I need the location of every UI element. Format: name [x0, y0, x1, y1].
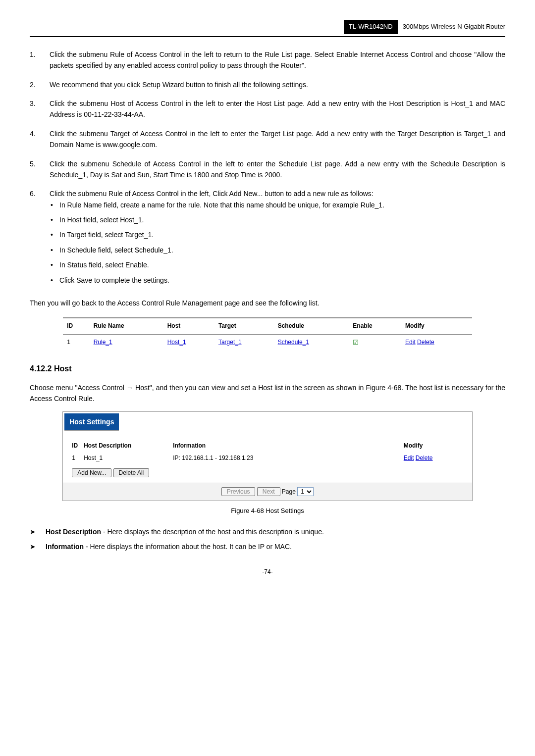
table-row: 1 Rule_1 Host_1 Target_1 Schedule_1 ☑ Ed…: [63, 334, 472, 351]
legend-term: Information: [46, 543, 84, 551]
step-4: 4.Click the submenu Target of Access Con…: [30, 128, 505, 151]
col-enable: Enable: [349, 318, 401, 334]
cell-id: 1: [72, 454, 84, 463]
substep: In Host field, select Host_1.: [59, 214, 505, 225]
host-table: ID Host Description Information Modify 1…: [72, 441, 463, 463]
step-num: 6.: [30, 188, 40, 290]
button-row: Add New... Delete All: [72, 468, 463, 478]
col-id: ID: [63, 318, 89, 334]
product-name: 300Mbps Wireless N Gigabit Router: [403, 22, 505, 32]
step-text: Click the submenu Host of Access Control…: [50, 98, 505, 120]
header-rule: [30, 36, 505, 37]
col-information: Information: [173, 441, 404, 451]
step-num: 1.: [30, 49, 40, 71]
col-host: Host: [163, 318, 214, 334]
arrow-icon: ➤: [30, 526, 37, 537]
schedule-link[interactable]: Schedule_1: [278, 339, 309, 346]
col-target: Target: [214, 318, 274, 334]
arrow-icon: ➤: [30, 541, 37, 552]
post-steps-text: Then you will go back to the Access Cont…: [30, 298, 505, 308]
target-link[interactable]: Target_1: [218, 339, 242, 346]
col-schedule: Schedule: [274, 318, 349, 334]
header-bar: TL-WR1042ND 300Mbps Wireless N Gigabit R…: [30, 20, 505, 34]
step-text: Click the submenu Target of Access Contr…: [50, 128, 505, 151]
section-heading: 4.12.2 Host: [30, 362, 505, 375]
step-num: 2.: [30, 79, 40, 90]
step-text: We recommend that you click Setup Wizard…: [50, 79, 505, 90]
step-5: 5.Click the submenu Schedule of Access C…: [30, 158, 505, 181]
step-6: 6. Click the submenu Rule of Access Cont…: [30, 188, 505, 290]
substeps-list: In Rule Name field, create a name for th…: [50, 200, 505, 286]
legend-list: ➤ Host Description - Here displays the d…: [30, 526, 505, 553]
col-id: ID: [72, 441, 84, 451]
page-label: Page: [282, 488, 296, 495]
col-rule-name: Rule Name: [90, 318, 163, 334]
substep: In Target field, select Target_1.: [59, 229, 505, 240]
col-modify: Modify: [401, 318, 472, 334]
step-6-text: Click the submenu Rule of Access Control…: [50, 190, 374, 198]
add-new-button[interactable]: Add New...: [72, 468, 111, 477]
step-text: Click the submenu Rule of Access Control…: [50, 188, 505, 290]
col-host-description: Host Description: [84, 441, 173, 451]
rule-name-link[interactable]: Rule_1: [94, 339, 112, 346]
steps-list: 1.Click the submenu Rule of Access Contr…: [30, 49, 505, 290]
page-number: -74-: [30, 567, 505, 577]
delete-link[interactable]: Delete: [417, 339, 434, 346]
figure-caption: Figure 4-68 Host Settings: [30, 506, 505, 516]
legend-text: - Here displays the description of the h…: [101, 528, 324, 536]
step-num: 3.: [30, 98, 40, 120]
host-settings-panel: Host Settings ID Host Description Inform…: [62, 411, 473, 501]
step-2: 2.We recommend that you click Setup Wiza…: [30, 79, 505, 90]
edit-link[interactable]: Edit: [405, 339, 416, 346]
page-select[interactable]: 1: [297, 487, 314, 496]
legend-item: ➤ Information - Here displays the inform…: [30, 541, 505, 552]
step-text: Click the submenu Schedule of Access Con…: [50, 158, 505, 181]
previous-button[interactable]: Previous: [221, 487, 256, 496]
step-1: 1.Click the submenu Rule of Access Contr…: [30, 49, 505, 71]
col-modify: Modify: [404, 441, 463, 451]
pager: Previous Next Page 1: [63, 483, 472, 501]
cell-host-description: Host_1: [84, 454, 173, 463]
section-paragraph: Choose menu "Access Control → Host", and…: [30, 382, 505, 404]
delete-all-button[interactable]: Delete All: [113, 468, 150, 477]
rule-table: ID Rule Name Host Target Schedule Enable…: [63, 317, 472, 351]
cell-id: 1: [63, 334, 89, 351]
delete-link[interactable]: Delete: [416, 454, 433, 461]
host-link[interactable]: Host_1: [167, 339, 186, 346]
step-num: 4.: [30, 128, 40, 151]
cell-information: IP: 192.168.1.1 - 192.168.1.23: [173, 454, 404, 463]
enable-checkbox-icon[interactable]: ☑: [353, 339, 359, 346]
panel-title: Host Settings: [64, 413, 119, 431]
next-button[interactable]: Next: [257, 487, 280, 496]
substep: In Status field, select Enable.: [59, 259, 505, 270]
substep: Click Save to complete the settings.: [59, 275, 505, 286]
step-3: 3.Click the submenu Host of Access Contr…: [30, 98, 505, 120]
substep: In Schedule field, select Schedule_1.: [59, 245, 505, 255]
legend-text: - Here displays the information about th…: [84, 543, 292, 551]
rule-table-header-row: ID Rule Name Host Target Schedule Enable…: [63, 318, 472, 334]
step-num: 5.: [30, 158, 40, 181]
substep: In Rule Name field, create a name for th…: [59, 200, 505, 210]
step-text: Click the submenu Rule of Access Control…: [50, 49, 505, 71]
legend-term: Host Description: [46, 528, 101, 536]
edit-link[interactable]: Edit: [404, 454, 414, 461]
model-badge: TL-WR1042ND: [344, 20, 398, 34]
legend-item: ➤ Host Description - Here displays the d…: [30, 526, 505, 537]
